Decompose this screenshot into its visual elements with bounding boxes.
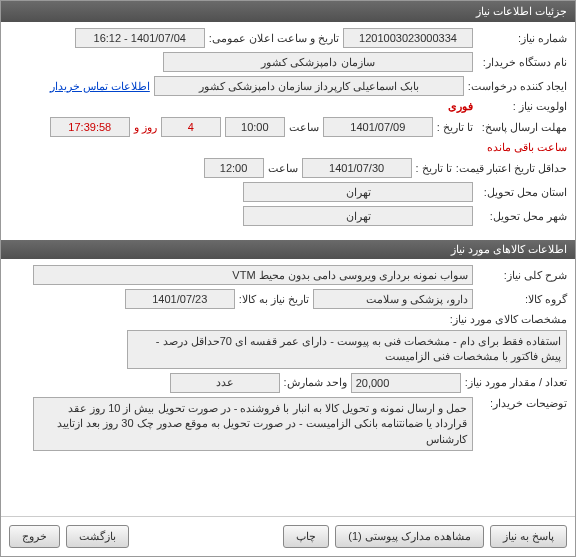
publish-datetime: 1401/07/04 - 16:12	[75, 28, 205, 48]
label-time-1: ساعت	[289, 121, 319, 134]
item-group: دارو، پزشکی و سلامت	[313, 289, 473, 309]
label-remaining: ساعت باقی مانده	[487, 141, 567, 154]
label-deliver-city: شهر محل تحویل:	[477, 210, 567, 223]
reply-button[interactable]: پاسخ به نیاز	[490, 525, 567, 548]
attachments-button[interactable]: مشاهده مدارک پیوستی (1)	[335, 525, 484, 548]
label-to-date-1: تا تاریخ :	[437, 121, 473, 134]
label-deliver-prov: استان محل تحویل:	[477, 186, 567, 199]
exit-button[interactable]: خروج	[9, 525, 60, 548]
min-valid-date: 1401/07/30	[302, 158, 412, 178]
deadline-time: 10:00	[225, 117, 285, 137]
label-min-valid: حداقل تاریخ اعتبار قیمت:	[456, 162, 567, 175]
label-desc: شرح کلی نیاز:	[477, 269, 567, 282]
print-button[interactable]: چاپ	[283, 525, 329, 548]
contact-link[interactable]: اطلاعات تماس خریدار	[50, 80, 150, 93]
requester-name: بابک اسماعیلی کارپرداز سازمان دامپزشکی ک…	[154, 76, 464, 96]
buyer-name: سازمان دامپزشکی کشور	[163, 52, 473, 72]
time-left: 17:39:58	[50, 117, 130, 137]
label-publish: تاریخ و ساعت اعلان عمومی:	[209, 32, 339, 45]
item-specs: استفاده فقط برای دام - مشخصات فنی به پیو…	[127, 330, 567, 369]
deadline-date: 1401/07/09	[323, 117, 433, 137]
days-left: 4	[161, 117, 221, 137]
label-days-and: روز و	[134, 121, 157, 134]
label-priority: اولویت نیاز :	[477, 100, 567, 113]
item-qty: 20,000	[351, 373, 461, 393]
label-group: گروه کالا:	[477, 293, 567, 306]
item-need-date: 1401/07/23	[125, 289, 235, 309]
need-number: 1201003023000334	[343, 28, 473, 48]
deliver-city: تهران	[243, 206, 473, 226]
label-need-date: تاریخ نیاز به کالا:	[239, 293, 309, 306]
item-desc: سواب نمونه برداری ویروسی دامی بدون محیط …	[33, 265, 473, 285]
footer-toolbar: پاسخ به نیاز مشاهده مدارک پیوستی (1) چاپ…	[1, 516, 575, 556]
item-unit: عدد	[170, 373, 280, 393]
min-valid-time: 12:00	[204, 158, 264, 178]
label-buyer: نام دستگاه خریدار:	[477, 56, 567, 69]
priority-value: فوری	[448, 100, 473, 113]
label-buyer-notes: توضیحات خریدار:	[477, 397, 567, 410]
items-section-header: اطلاعات کالاهای مورد نیاز	[1, 240, 575, 259]
window-title: جزئیات اطلاعات نیاز	[1, 1, 575, 22]
label-time-2: ساعت	[268, 162, 298, 175]
label-specs: مشخصات کالای مورد نیاز:	[450, 313, 567, 326]
deliver-prov: تهران	[243, 182, 473, 202]
item-buyer-notes: حمل و ارسال نمونه و تحویل کالا به انبار …	[33, 397, 473, 451]
label-to-date-2: تا تاریخ :	[416, 162, 452, 175]
label-deadline: مهلت ارسال پاسخ:	[477, 121, 567, 134]
label-requester: ایجاد کننده درخواست:	[468, 80, 567, 93]
label-need-number: شماره نیاز:	[477, 32, 567, 45]
label-unit: واحد شمارش:	[284, 376, 347, 389]
back-button[interactable]: بازگشت	[66, 525, 129, 548]
label-qty: تعداد / مقدار مورد نیاز:	[465, 376, 567, 389]
